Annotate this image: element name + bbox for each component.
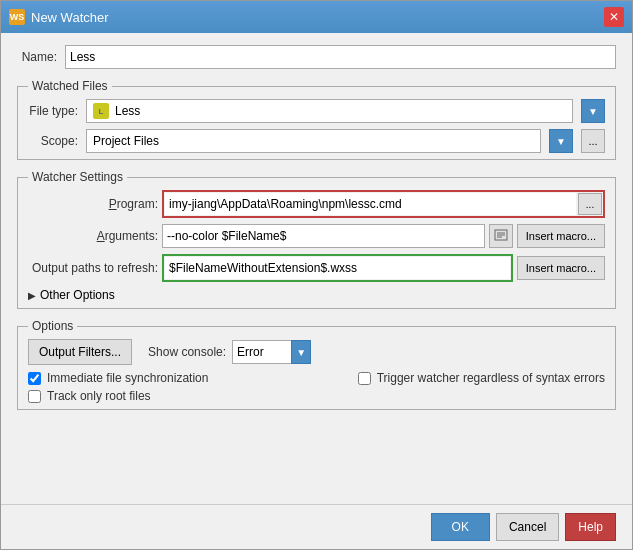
immediate-sync-checkbox[interactable] bbox=[28, 372, 41, 385]
track-root-checkbox[interactable] bbox=[28, 390, 41, 403]
program-input[interactable] bbox=[165, 193, 576, 215]
show-console-group: Show console: ▼ bbox=[148, 340, 311, 364]
scope-row: Scope: Project Files ▼ ... bbox=[28, 129, 605, 153]
output-label-text: Output paths to refresh: bbox=[32, 261, 158, 275]
dialog-title: New Watcher bbox=[31, 10, 109, 25]
program-label-text: rogram: bbox=[117, 197, 158, 211]
watched-files-group: Watched Files File type: L Less ▼ Scope:… bbox=[17, 79, 616, 160]
watcher-settings-legend: Watcher Settings bbox=[28, 170, 127, 184]
app-icon: WS bbox=[9, 9, 25, 25]
scope-label: Scope: bbox=[28, 134, 78, 148]
title-bar-left: WS New Watcher bbox=[9, 9, 109, 25]
arguments-row: Arguments: Insert macro... bbox=[28, 224, 605, 248]
options-legend: Options bbox=[28, 319, 77, 333]
arguments-label-text: rguments: bbox=[105, 229, 158, 243]
watched-files-legend: Watched Files bbox=[28, 79, 112, 93]
options-group: Options Output Filters... Show console: … bbox=[17, 319, 616, 410]
show-console-dropdown-button[interactable]: ▼ bbox=[291, 340, 311, 364]
name-input[interactable] bbox=[65, 45, 616, 69]
immediate-sync-row: Immediate file synchronization Trigger w… bbox=[28, 371, 605, 385]
track-root-label: Track only root files bbox=[47, 389, 151, 403]
trigger-watcher-label: Trigger watcher regardless of syntax err… bbox=[377, 371, 605, 385]
scope-extra-button[interactable]: ... bbox=[581, 129, 605, 153]
show-console-select-wrapper: ▼ bbox=[232, 340, 311, 364]
file-type-row: File type: L Less ▼ bbox=[28, 99, 605, 123]
program-label: Program: bbox=[28, 197, 158, 211]
program-browse-button[interactable]: ... bbox=[578, 193, 602, 215]
program-input-wrapper: ... bbox=[162, 190, 605, 218]
track-root-row: Track only root files bbox=[28, 389, 605, 403]
watcher-settings-group: Watcher Settings Program: ... Arguments: bbox=[17, 170, 616, 309]
name-row: Name: bbox=[17, 45, 616, 69]
file-type-display: L Less bbox=[86, 99, 573, 123]
less-icon: L bbox=[93, 103, 109, 119]
arguments-macro-icon-button[interactable] bbox=[489, 224, 513, 248]
scope-dropdown-button[interactable]: ▼ bbox=[549, 129, 573, 153]
show-console-input[interactable] bbox=[232, 340, 292, 364]
dialog-content: Name: Watched Files File type: L Less ▼ … bbox=[1, 33, 632, 504]
arguments-insert-macro-button[interactable]: Insert macro... bbox=[517, 224, 605, 248]
name-label: Name: bbox=[17, 50, 57, 64]
output-insert-macro-button[interactable]: Insert macro... bbox=[517, 256, 605, 280]
dialog-buttons: OK Cancel Help bbox=[1, 504, 632, 549]
file-type-dropdown-button[interactable]: ▼ bbox=[581, 99, 605, 123]
file-type-value: Less bbox=[115, 104, 140, 118]
other-options-triangle-icon: ▶ bbox=[28, 290, 36, 301]
output-filters-button[interactable]: Output Filters... bbox=[28, 339, 132, 365]
immediate-sync-label: Immediate file synchronization bbox=[47, 371, 208, 385]
close-button[interactable]: ✕ bbox=[604, 7, 624, 27]
ok-button[interactable]: OK bbox=[431, 513, 490, 541]
program-row: Program: ... bbox=[28, 190, 605, 218]
output-row: Output paths to refresh: Insert macro... bbox=[28, 254, 605, 282]
output-input[interactable] bbox=[165, 257, 510, 279]
arguments-input[interactable] bbox=[162, 224, 485, 248]
scope-display: Project Files bbox=[86, 129, 541, 153]
macro-icon bbox=[494, 229, 508, 243]
options-row1: Output Filters... Show console: ▼ bbox=[28, 339, 605, 365]
scope-value: Project Files bbox=[93, 134, 159, 148]
show-console-label: Show console: bbox=[148, 345, 226, 359]
new-watcher-dialog: WS New Watcher ✕ Name: Watched Files Fil… bbox=[0, 0, 633, 550]
cancel-button[interactable]: Cancel bbox=[496, 513, 559, 541]
file-type-label: File type: bbox=[28, 104, 78, 118]
title-bar: WS New Watcher ✕ bbox=[1, 1, 632, 33]
help-button[interactable]: Help bbox=[565, 513, 616, 541]
output-label: Output paths to refresh: bbox=[28, 261, 158, 275]
other-options-label: Other Options bbox=[40, 288, 115, 302]
other-options-row[interactable]: ▶ Other Options bbox=[28, 288, 605, 302]
output-input-wrapper bbox=[162, 254, 513, 282]
trigger-watcher-checkbox[interactable] bbox=[358, 372, 371, 385]
arguments-label: Arguments: bbox=[28, 229, 158, 243]
